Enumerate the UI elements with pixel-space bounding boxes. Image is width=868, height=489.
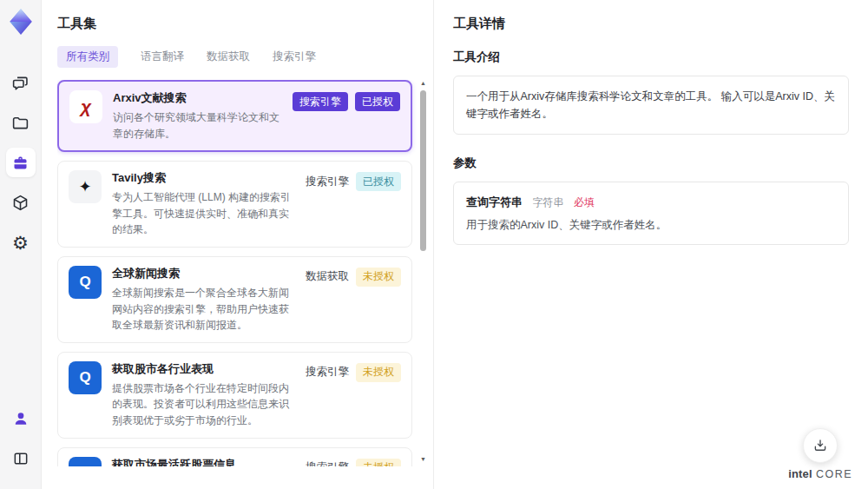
tool-description: 专为人工智能代理 (LLM) 构建的搜索引擎工具。可快速提供实时、准确和真实的结… <box>112 189 295 238</box>
tool-description: 全球新闻搜索是一个聚合全球各大新闻网站内容的搜索引擎，帮助用户快速获取全球最新资… <box>112 285 295 334</box>
tools-panel: 工具集 所有类别 语言翻译 数据获取 搜索引擎 χ Arxiv文献搜索 访问各个… <box>42 0 434 489</box>
params-heading: 参数 <box>453 155 849 171</box>
category-label: 数据获取 <box>306 268 349 287</box>
tool-description: 提供股票市场各个行业在特定时间段内的表现。投资者可以利用这些信息来识别表现优于或… <box>112 380 295 429</box>
tool-badges: 搜索引擎 未授权 <box>306 361 401 429</box>
tool-name: 获取股市各行业表现 <box>112 361 295 377</box>
auth-badge: 未授权 <box>356 268 401 287</box>
tool-name: Arxiv文献搜索 <box>113 90 282 106</box>
chat-icon[interactable] <box>6 68 36 97</box>
tool-name: 全球新闻搜索 <box>112 266 295 281</box>
tool-info: 获取市场最活跃股票信息 提供当天交易量最高的股票列表。投资者可以利用这些信息来识… <box>112 457 295 466</box>
tool-badges: 搜索引擎 未授权 <box>306 457 401 466</box>
tool-description: 访问各个研究领域大量科学论文和文章的存储库。 <box>113 109 282 142</box>
tab-search-engine[interactable]: 搜索引擎 <box>273 46 316 68</box>
details-title: 工具详情 <box>453 16 849 32</box>
category-tabs: 所有类别 语言翻译 数据获取 搜索引擎 <box>57 46 433 68</box>
q-glyph: Q <box>79 369 90 387</box>
tool-info: 全球新闻搜索 全球新闻搜索是一个聚合全球各大新闻网站内容的搜索引擎，帮助用户快速… <box>112 266 295 334</box>
parameter-header: 查询字符串 字符串 必填 <box>466 194 836 210</box>
auth-badge: 未授权 <box>356 363 401 382</box>
news-q-icon: Q <box>69 361 102 394</box>
gear-icon[interactable]: ⚙ <box>6 228 36 257</box>
tool-name: 获取市场最活跃股票信息 <box>112 457 295 466</box>
app-window: ⚙ 工具集 所有类别 语言翻译 数据获取 搜索引擎 <box>0 0 868 489</box>
category-label: 搜索引擎 <box>306 363 349 382</box>
auth-badge: 已授权 <box>355 92 400 111</box>
category-badge: 搜索引擎 <box>293 92 348 111</box>
page-title: 工具集 <box>57 16 433 32</box>
parameter-type: 字符串 <box>532 196 563 208</box>
parameter-name: 查询字符串 <box>466 195 523 208</box>
scroll-up-icon[interactable]: ▲ <box>418 80 428 87</box>
tool-info: Arxiv文献搜索 访问各个研究领域大量科学论文和文章的存储库。 <box>113 90 282 142</box>
tab-data-fetch[interactable]: 数据获取 <box>207 46 250 68</box>
toolbox-icon[interactable] <box>6 148 36 177</box>
tool-info: 获取股市各行业表现 提供股票市场各个行业在特定时间段内的表现。投资者可以利用这些… <box>112 361 295 429</box>
tool-badges: 数据获取 未授权 <box>306 266 401 334</box>
tab-all-categories[interactable]: 所有类别 <box>57 46 118 68</box>
tool-badges: 搜索引擎 已授权 <box>306 170 401 238</box>
category-label: 搜索引擎 <box>306 172 349 191</box>
tool-list: χ Arxiv文献搜索 访问各个研究领域大量科学论文和文章的存储库。 搜索引擎 … <box>57 80 433 466</box>
brand-core: core <box>816 468 852 480</box>
list-scrollbar[interactable]: ▲ ▼ <box>418 80 428 463</box>
tool-intro-box: 一个用于从Arxiv存储库搜索科学论文和文章的工具。 输入可以是Arxiv ID… <box>453 76 849 135</box>
auth-badge: 已授权 <box>356 172 401 191</box>
required-badge: 必填 <box>574 196 595 208</box>
category-label: 搜索引擎 <box>306 459 349 466</box>
sidebar: ⚙ <box>0 0 42 489</box>
news-q-icon: Q <box>69 266 102 299</box>
parameter-description: 用于搜索的Arxiv ID、关键字或作者姓名。 <box>466 218 836 233</box>
footer-corner: intel core <box>788 428 852 480</box>
brand-intel: intel <box>788 467 812 480</box>
gem-logo-icon[interactable] <box>6 7 36 36</box>
gear-glyph: ⚙ <box>12 234 29 252</box>
tool-info: Tavily搜索 专为人工智能代理 (LLM) 构建的搜索引擎工具。可快速提供实… <box>112 170 295 238</box>
arxiv-glyph: χ <box>81 96 91 117</box>
tool-card-active-stocks[interactable]: Q 获取市场最活跃股票信息 提供当天交易量最高的股票列表。投资者可以利用这些信息… <box>57 447 412 466</box>
parameter-card: 查询字符串 字符串 必填 用于搜索的Arxiv ID、关键字或作者姓名。 <box>453 182 849 245</box>
folder-icon[interactable] <box>6 108 36 137</box>
arxiv-icon: χ <box>69 90 102 123</box>
intel-core-logo: intel core <box>788 467 852 480</box>
tool-details-panel: 工具详情 工具介绍 一个用于从Arxiv存储库搜索科学论文和文章的工具。 输入可… <box>434 0 868 489</box>
tool-intro-text: 一个用于从Arxiv存储库搜索科学论文和文章的工具。 输入可以是Arxiv ID… <box>466 90 835 120</box>
news-q-icon: Q <box>69 457 102 466</box>
intro-heading: 工具介绍 <box>453 50 849 65</box>
tool-name: Tavily搜索 <box>112 170 295 186</box>
panel-toggle-icon[interactable] <box>6 444 36 473</box>
tool-card-global-news[interactable]: Q 全球新闻搜索 全球新闻搜索是一个聚合全球各大新闻网站内容的搜索引擎，帮助用户… <box>57 256 412 343</box>
download-icon <box>812 438 828 453</box>
scroll-down-icon[interactable]: ▼ <box>418 456 428 463</box>
auth-badge: 未授权 <box>356 459 401 466</box>
cube-icon[interactable] <box>6 188 36 217</box>
q-glyph: Q <box>79 274 90 291</box>
scrollbar-thumb[interactable] <box>420 90 426 251</box>
sparkle-glyph: ✦ <box>78 177 91 196</box>
user-icon[interactable] <box>6 404 36 433</box>
q-glyph: Q <box>79 465 90 466</box>
download-button[interactable] <box>803 428 838 463</box>
sparkle-icon: ✦ <box>69 170 102 203</box>
tab-language-translation[interactable]: 语言翻译 <box>141 46 184 68</box>
tool-card-tavily[interactable]: ✦ Tavily搜索 专为人工智能代理 (LLM) 构建的搜索引擎工具。可快速提… <box>57 161 412 248</box>
tool-card-arxiv[interactable]: χ Arxiv文献搜索 访问各个研究领域大量科学论文和文章的存储库。 搜索引擎 … <box>57 80 412 152</box>
tool-badges: 搜索引擎 已授权 <box>293 90 400 142</box>
tool-card-sector-performance[interactable]: Q 获取股市各行业表现 提供股票市场各个行业在特定时间段内的表现。投资者可以利用… <box>57 352 412 439</box>
